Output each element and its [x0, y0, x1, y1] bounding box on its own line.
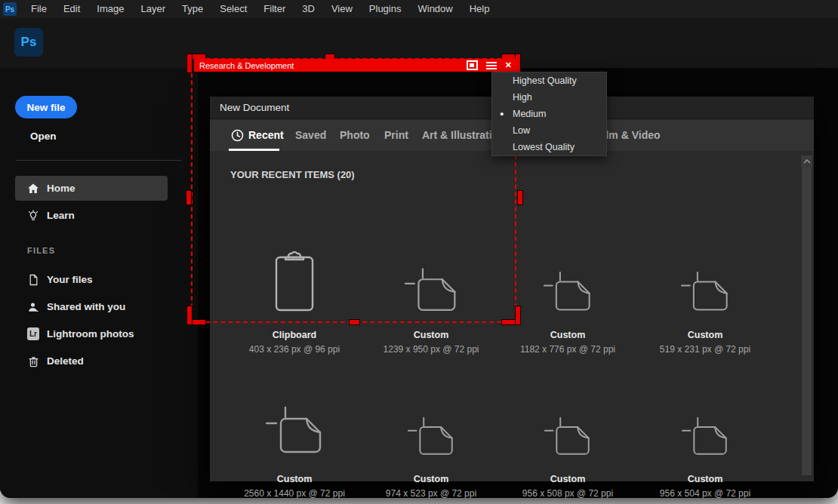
chevron-up-icon: [803, 158, 812, 164]
selection-mid-handle[interactable]: [517, 190, 523, 205]
custom-doc-icon: [645, 391, 766, 459]
recent-doc-card[interactable]: Custom 956 x 504 px @ 72 ppi: [645, 391, 766, 498]
home-icon: [27, 183, 39, 195]
scrollbar-thumb[interactable]: [802, 167, 812, 475]
doc-name: Custom: [645, 330, 766, 340]
menu-edit[interactable]: Edit: [55, 0, 88, 18]
clipboard-doc-icon: [234, 247, 355, 315]
menu-item-low[interactable]: ●Low: [492, 122, 606, 139]
capture-window-titlebar[interactable]: Research & Development ✕: [194, 59, 517, 72]
sidebar-item-label: Deleted: [47, 355, 84, 367]
menu-image[interactable]: Image: [88, 0, 132, 18]
doc-name: Custom: [371, 474, 491, 484]
doc-name: Custom: [371, 330, 491, 340]
document-icon: [27, 274, 39, 286]
menu-filter[interactable]: Filter: [255, 0, 294, 18]
recent-doc-card[interactable]: Custom 1182 x 776 px @ 72 ppi: [507, 247, 628, 355]
doc-size: 956 x 504 px @ 72 ppi: [645, 488, 766, 498]
custom-doc-icon: [507, 247, 628, 315]
recent-doc-card[interactable]: Custom 956 x 508 px @ 72 ppi: [507, 391, 628, 498]
dialog-body: YOUR RECENT ITEMS (20) Clipboard 403 x 2…: [210, 151, 814, 481]
selected-bullet-icon: ●: [500, 106, 504, 122]
ps-app-icon: Ps: [3, 2, 17, 16]
tab-print[interactable]: Print: [384, 120, 408, 151]
capture-window-title: Research & Development: [199, 61, 467, 70]
open-button[interactable]: Open: [30, 131, 57, 142]
selection-corner-handle[interactable]: [186, 54, 193, 73]
menu-item-medium[interactable]: ●Medium: [492, 106, 606, 122]
sidebar-item-label: Home: [47, 183, 75, 194]
tab-photo[interactable]: Photo: [340, 120, 370, 151]
menu-type[interactable]: Type: [174, 0, 211, 18]
new-file-button[interactable]: New file: [15, 96, 77, 118]
selection-mid-handle[interactable]: [349, 319, 360, 325]
doc-size: 2560 x 1440 px @ 72 ppi: [234, 488, 355, 498]
sidebar-item-label: Your files: [47, 274, 93, 285]
sidebar-item-home[interactable]: Home: [15, 176, 168, 201]
selection-corner-handle[interactable]: [186, 306, 193, 325]
recent-doc-card[interactable]: Custom 2560 x 1440 px @ 72 ppi: [234, 391, 355, 498]
doc-size: 1182 x 776 px @ 72 ppi: [507, 344, 628, 355]
menu-item-highest-quality[interactable]: ●Highest Quality: [492, 72, 606, 89]
menu-item-lowest-quality[interactable]: ●Lowest Quality: [492, 139, 606, 155]
custom-doc-icon: [507, 391, 628, 459]
lightbulb-icon: [27, 210, 39, 222]
sidebar-item-label: Learn: [47, 210, 75, 221]
doc-name: Custom: [507, 474, 628, 484]
tab-saved[interactable]: Saved: [295, 120, 326, 151]
photoshop-window: Ps File Edit Image Layer Type Select Fil…: [0, 0, 838, 498]
sidebar-item-label: Shared with you: [47, 301, 125, 312]
recent-doc-card[interactable]: Custom 974 x 523 px @ 72 ppi: [371, 391, 491, 498]
tab-recent[interactable]: Recent: [248, 120, 284, 151]
trash-icon: [27, 355, 39, 367]
doc-size: 956 x 508 px @ 72 ppi: [507, 488, 628, 498]
lightroom-icon: Lr: [27, 328, 39, 340]
clock-icon: [231, 129, 244, 145]
custom-doc-icon: [234, 391, 355, 459]
menu-select[interactable]: Select: [211, 0, 255, 18]
doc-name: Custom: [645, 474, 766, 484]
recent-items-heading: YOUR RECENT ITEMS (20): [230, 169, 355, 180]
fill-square-icon[interactable]: [467, 60, 478, 70]
sidebar-item-your-files[interactable]: Your files: [15, 267, 168, 292]
recent-doc-card[interactable]: Custom 1239 x 950 px @ 72 ppi: [371, 247, 491, 355]
quality-dropdown-menu: ●Highest Quality ●High ●Medium ●Low ●Low…: [491, 72, 607, 156]
doc-name: Clipboard: [234, 330, 355, 340]
menu-hamburger-icon[interactable]: [486, 62, 497, 69]
custom-doc-icon: [371, 391, 491, 459]
person-icon: [27, 301, 39, 313]
doc-name: Custom: [507, 330, 628, 340]
sidebar-item-deleted[interactable]: Deleted: [15, 349, 168, 373]
doc-size: 974 x 523 px @ 72 ppi: [371, 488, 491, 498]
menu-3d[interactable]: 3D: [294, 0, 323, 18]
dialog-title: New Document: [220, 102, 289, 113]
doc-size: 1239 x 950 px @ 72 ppi: [371, 344, 491, 355]
doc-size: 519 x 231 px @ 72 ppi: [645, 344, 766, 355]
custom-doc-icon: [645, 247, 766, 315]
menu-plugins[interactable]: Plugins: [361, 0, 410, 18]
files-section-header: FILES: [27, 246, 55, 255]
menu-help[interactable]: Help: [461, 0, 498, 18]
menu-view[interactable]: View: [323, 0, 361, 18]
sidebar-item-shared-with-you[interactable]: Shared with you: [15, 294, 168, 319]
recent-doc-card[interactable]: Clipboard 403 x 236 px @ 96 ppi: [234, 247, 355, 355]
ps-logo: Ps: [14, 28, 43, 57]
menu-layer[interactable]: Layer: [133, 0, 174, 18]
sidebar-item-lightroom-photos[interactable]: Lr Lightroom photos: [15, 321, 168, 346]
doc-size: 403 x 236 px @ 96 ppi: [234, 344, 355, 355]
scrollbar-up-button[interactable]: [801, 155, 812, 167]
menu-bar: Ps File Edit Image Layer Type Select Fil…: [0, 0, 838, 18]
doc-name: Custom: [234, 474, 355, 484]
sidebar-item-label: Lightroom photos: [47, 328, 134, 340]
selection-corner-handle[interactable]: [515, 306, 521, 325]
selection-mid-handle[interactable]: [186, 190, 192, 205]
menu-file[interactable]: File: [23, 0, 55, 18]
custom-doc-icon: [371, 247, 491, 315]
home-sidebar: New file Open Home Learn FILES: [0, 68, 198, 498]
recent-doc-card[interactable]: Custom 519 x 231 px @ 72 ppi: [645, 247, 766, 355]
close-icon[interactable]: ✕: [505, 59, 512, 72]
menu-item-high[interactable]: ●High: [492, 89, 606, 106]
sidebar-item-learn[interactable]: Learn: [15, 203, 168, 228]
sidebar-divider: [16, 160, 182, 161]
menu-window[interactable]: Window: [409, 0, 461, 18]
